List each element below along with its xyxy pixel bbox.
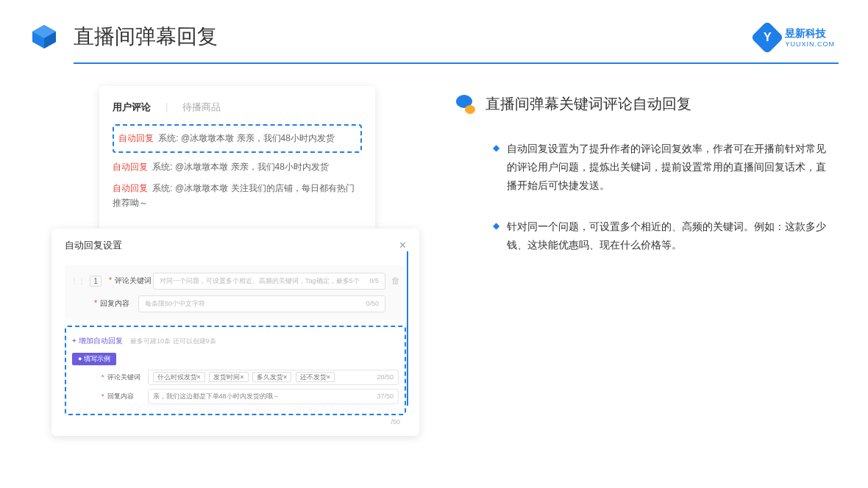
add-hint: 最多可建10条 还可以创建9条 [130,337,216,345]
chat-icon [456,93,477,114]
comment-text: 系统: @冰墩墩本墩 亲亲，我们48小时内发货 [158,133,335,143]
logo-icon: Y [751,21,784,54]
logo-url: YUUXIN.COM [785,40,835,48]
modal-title: 自动回复设置 [65,239,122,252]
connector-line [407,251,408,406]
tab-user-comments[interactable]: 用户评论 [113,101,151,114]
example-badge: ● 填写示例 [72,353,116,365]
cube-icon [29,22,59,51]
keyword-input[interactable]: 对同一个问题，可设置多个相近、高频的关键词，Tag确定，最多5个 0/5 [153,273,385,290]
section-title: 直播间弹幕关键词评论自动回复 [485,94,691,114]
description-panel: 直播间弹幕关键词评论自动回复 ◆ 自动回复设置为了提升作者的评论回复效率，作者可… [456,86,835,436]
settings-modal: 自动回复设置 × ⋮⋮ 1 *评论关键词 对同一个问题，可设置多个相近、高频的关… [51,229,419,436]
add-reply-link[interactable]: + 增加自动回复 [72,336,123,346]
tag-chip[interactable]: 什么时候发货× [153,372,205,382]
diamond-icon: ◆ [493,143,499,195]
tag-chip[interactable]: 还不发货× [296,372,335,382]
example-content-input[interactable]: 亲，我们这边都是下单48小时内发货的哦～ 37/50 [148,389,399,404]
close-icon[interactable]: × [399,239,406,252]
bullet-point: ◆ 针对同一个问题，可设置多个相近的、高频的关键词。例如：这款多少钱、这块能优惠… [456,218,835,254]
bullet-point: ◆ 自动回复设置为了提升作者的评论回复效率，作者可在开播前针对常见的评论用户问题… [456,140,835,195]
comment-text: 系统: @冰墩墩本墩 亲亲，我们48小时内发货 [152,162,329,172]
comment-card: 用户评论 | 待播商品 自动回复 系统: @冰墩墩本墩 亲亲，我们48小时内发货… [99,86,375,232]
bullet-text: 针对同一个问题，可设置多个相近的、高频的关键词。例如：这款多少钱、这块能优惠吗、… [507,218,835,254]
example-keyword-input[interactable]: 什么时候发货× 发货时间× 多久发货× 还不发货× 20/50 [148,370,399,385]
drag-handle-icon[interactable]: ⋮⋮ [71,277,85,285]
example-keyword-label: 评论关键词 [107,373,148,382]
tag-chip[interactable]: 多久发货× [252,372,291,382]
bullet-text: 自动回复设置为了提升作者的评论回复效率，作者可在开播前针对常见的评论用户问题，提… [507,140,835,195]
auto-reply-badge: 自动回复 [113,183,148,193]
tab-pending-products[interactable]: 待播商品 [182,101,221,114]
page-header: 直播间弹幕回复 [0,0,868,62]
example-section: + 增加自动回复 最多可建10条 还可以创建9条 ● 填写示例 *评论关键词 什… [65,326,406,415]
logo-name: 昱新科技 [785,27,835,40]
auto-reply-badge: 自动回复 [113,162,148,172]
delete-icon[interactable]: 🗑 [391,276,400,286]
tag-chip[interactable]: 发货时间× [209,372,248,382]
content-label: *回复内容 [94,298,138,309]
screenshot-panel: 用户评论 | 待播商品 自动回复 系统: @冰墩墩本墩 亲亲，我们48小时内发货… [51,86,419,436]
page-title: 直播间弹幕回复 [74,23,218,51]
diamond-icon: ◆ [493,220,499,254]
footer-counter: /50 [65,415,406,426]
keyword-label: *评论关键词 [109,276,153,286]
example-content-label: 回复内容 [107,392,148,401]
highlighted-comment: 自动回复 系统: @冰墩墩本墩 亲亲，我们48小时内发货 [113,124,362,153]
tab-divider: | [166,101,168,114]
auto-reply-badge: 自动回复 [118,133,154,143]
brand-logo: Y 昱新科技 YUUXIN.COM [755,26,835,49]
comment-text: 系统: @冰墩墩本墩 关注我们的店铺，每日都有热门推荐呦～ [113,183,355,207]
form-group-1: ⋮⋮ 1 *评论关键词 对同一个问题，可设置多个相近、高频的关键词，Tag确定，… [65,265,406,320]
content-input[interactable]: 每条限50个中文字符 0/50 [138,295,385,312]
row-number: 1 [90,276,102,287]
